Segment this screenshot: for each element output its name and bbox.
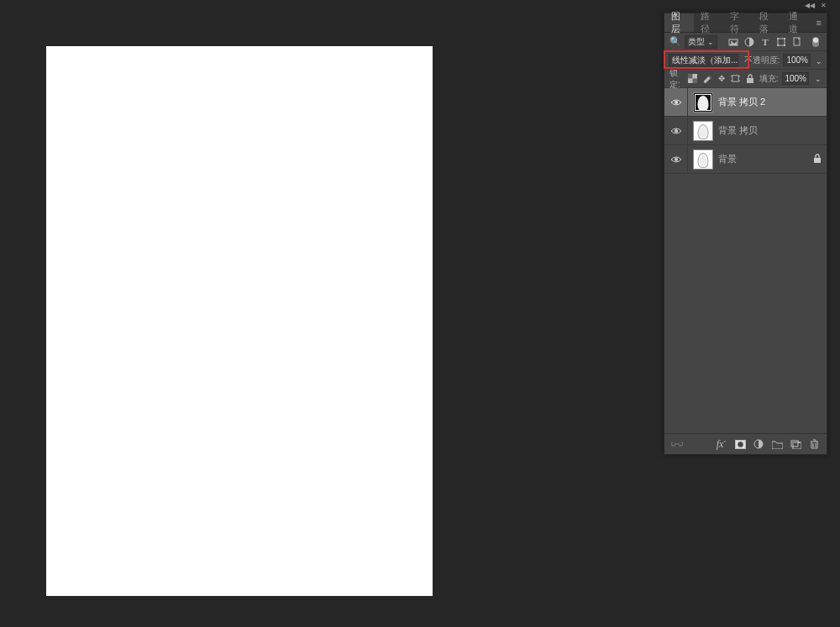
svg-rect-23	[814, 158, 821, 163]
filter-smartobject-icon[interactable]	[791, 36, 803, 48]
layer-thumbnail[interactable]	[693, 92, 713, 112]
filter-type-icon[interactable]: T	[759, 36, 771, 48]
svg-rect-27	[791, 441, 798, 447]
lock-pixels-icon[interactable]	[702, 74, 712, 84]
svg-rect-6	[777, 44, 779, 46]
svg-rect-14	[732, 76, 738, 81]
search-icon: 🔍	[669, 36, 681, 48]
opacity-label: 不透明度:	[744, 55, 780, 66]
layer-name[interactable]: 背景 拷贝 2	[718, 96, 765, 108]
svg-rect-3	[778, 39, 785, 45]
layer-filter-row: 🔍 类型 T	[664, 33, 827, 51]
layer-style-icon[interactable]: fx˅	[716, 438, 727, 450]
filter-shape-icon[interactable]	[775, 36, 787, 48]
filter-pixel-icon[interactable]	[727, 36, 739, 48]
tab-paths[interactable]: 路径	[694, 13, 723, 32]
lock-fill-row: 锁定: ✥ 填充: 100%	[664, 70, 827, 88]
filter-type-label: 类型	[688, 36, 705, 48]
tab-channels[interactable]: 通道	[782, 13, 811, 32]
layer-row[interactable]: 背景 拷贝	[664, 117, 827, 145]
blend-mode-select[interactable]: 线性减淡（添加...	[669, 54, 738, 67]
svg-rect-12	[688, 74, 693, 79]
layer-name[interactable]: 背景	[718, 153, 737, 165]
panel-menu-icon[interactable]: ≡	[811, 18, 827, 28]
svg-point-21	[675, 129, 678, 133]
blend-mode-value: 线性减淡（添加...	[672, 55, 738, 66]
fill-input[interactable]: 100%	[782, 72, 809, 85]
lock-transparency-icon[interactable]	[688, 74, 698, 84]
layer-thumbnail[interactable]	[693, 121, 713, 141]
svg-point-20	[675, 101, 678, 104]
blend-opacity-row: 线性减淡（添加... 不透明度: 100%	[664, 51, 827, 70]
visibility-toggle[interactable]	[664, 88, 688, 116]
svg-point-10	[813, 38, 818, 43]
layers-list: 背景 拷贝 2 背景 拷贝 背景	[664, 88, 827, 174]
filter-type-select[interactable]: 类型	[685, 35, 717, 49]
fill-label: 填充:	[759, 73, 779, 85]
layers-panel: 图层 路径 字符 段落 通道 ≡ 🔍 类型 T	[664, 13, 827, 455]
lock-artboard-icon[interactable]	[731, 74, 741, 84]
chevron-down-icon	[707, 37, 714, 46]
canvas[interactable]	[46, 46, 433, 596]
new-layer-icon[interactable]	[790, 438, 801, 450]
svg-rect-19	[747, 78, 753, 83]
layer-row[interactable]: 背景	[664, 145, 827, 174]
lock-icon	[813, 154, 822, 165]
lock-all-icon[interactable]	[745, 74, 755, 84]
svg-rect-13	[693, 79, 698, 84]
visibility-toggle[interactable]	[664, 145, 688, 173]
lock-position-icon[interactable]: ✥	[717, 74, 727, 84]
lock-label: 锁定:	[669, 67, 684, 91]
filter-toggle-icon[interactable]	[810, 36, 822, 48]
svg-point-25	[738, 442, 743, 447]
svg-point-22	[675, 158, 678, 161]
layer-name[interactable]: 背景 拷贝	[718, 124, 758, 137]
svg-rect-4	[777, 38, 779, 39]
tab-layers[interactable]: 图层	[664, 13, 694, 32]
layer-mask-icon[interactable]	[734, 438, 746, 450]
group-icon[interactable]	[771, 438, 783, 450]
svg-rect-5	[784, 38, 785, 39]
visibility-toggle[interactable]	[664, 117, 688, 144]
opacity-input[interactable]: 100%	[783, 54, 811, 66]
chevron-down-icon[interactable]	[815, 74, 822, 83]
layer-row[interactable]: 背景 拷贝 2	[664, 88, 827, 117]
panel-collapse-controls[interactable]: ◀◀✕	[805, 2, 827, 9]
link-layers-icon[interactable]	[671, 438, 683, 450]
panel-tab-strip: 图层 路径 字符 段落 通道 ≡	[664, 13, 827, 33]
layers-empty-area[interactable]	[664, 174, 827, 434]
chevron-down-icon[interactable]	[816, 55, 822, 65]
tab-paragraph[interactable]: 段落	[753, 13, 782, 32]
filter-adjustment-icon[interactable]	[743, 36, 755, 48]
svg-rect-28	[793, 442, 801, 449]
adjustment-layer-icon[interactable]	[753, 438, 764, 450]
delete-layer-icon[interactable]	[808, 438, 820, 450]
svg-rect-7	[784, 44, 785, 46]
layers-bottom-bar: fx˅	[664, 434, 827, 454]
layer-thumbnail[interactable]	[693, 149, 713, 170]
tab-character[interactable]: 字符	[723, 13, 753, 32]
